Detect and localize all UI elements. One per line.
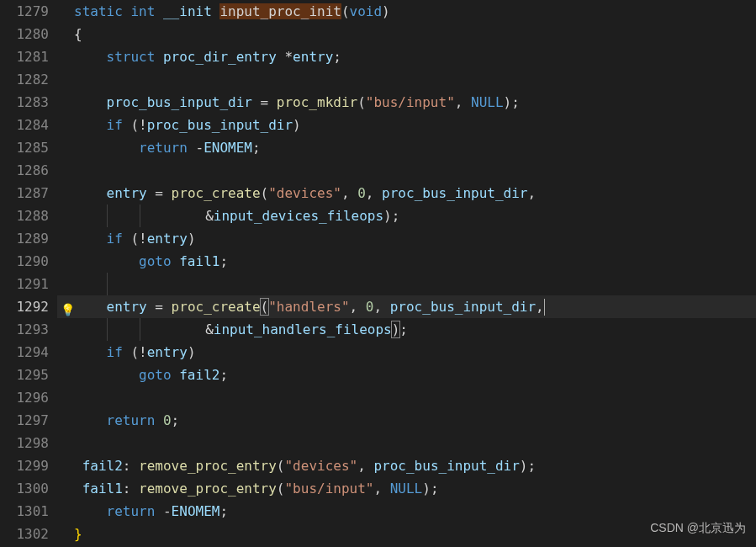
line-number: 1290 — [0, 250, 49, 273]
code-line[interactable]: goto fail2; — [74, 364, 756, 386]
code-line[interactable]: &input_handlers_fileops); — [74, 318, 756, 341]
text-cursor — [544, 299, 545, 316]
code-line[interactable]: fail2: remove_proc_entry("devices", proc… — [74, 454, 756, 477]
line-number: 1301 — [0, 500, 49, 523]
line-number: 1296 — [0, 386, 49, 409]
line-number: 1286 — [0, 159, 49, 182]
line-number: 1281 — [0, 45, 49, 68]
line-number-active: 1292 — [0, 295, 49, 318]
code-line[interactable]: struct proc_dir_entry *entry; — [74, 45, 756, 68]
code-line[interactable]: static int __init input_proc_init(void) — [74, 0, 756, 23]
line-number: 1293 — [0, 318, 49, 341]
line-number: 1294 — [0, 341, 49, 364]
line-number: 1295 — [0, 364, 49, 386]
line-number: 1280 — [0, 23, 49, 45]
code-line[interactable] — [74, 159, 756, 182]
code-line[interactable]: if (!entry) — [74, 341, 756, 364]
line-number: 1284 — [0, 114, 49, 136]
line-number: 1302 — [0, 523, 49, 545]
watermark-text: CSDN @北京迅为 — [650, 518, 746, 539]
code-line[interactable]: &input_devices_fileops); — [74, 204, 756, 227]
code-line[interactable] — [74, 273, 756, 295]
line-number: 1288 — [0, 204, 49, 227]
code-line-active[interactable]: entry = proc_create("handlers", 0, proc_… — [57, 295, 756, 318]
lightbulb-icon[interactable]: 💡 — [61, 300, 75, 321]
line-number: 1289 — [0, 227, 49, 250]
line-number: 1282 — [0, 68, 49, 91]
code-editor[interactable]: 1279 1280 1281 1282 1283 1284 1285 1286 … — [0, 0, 756, 547]
line-number: 1279 — [0, 0, 49, 23]
code-line[interactable] — [74, 386, 756, 409]
code-line[interactable]: entry = proc_create("devices", 0, proc_b… — [74, 182, 756, 204]
code-line[interactable]: if (!proc_bus_input_dir) — [74, 114, 756, 136]
line-number: 1300 — [0, 477, 49, 500]
code-line[interactable] — [74, 68, 756, 91]
highlighted-function-name: input_proc_init — [219, 3, 341, 19]
line-number: 1297 — [0, 409, 49, 432]
line-number: 1291 — [0, 273, 49, 295]
line-number: 1298 — [0, 432, 49, 454]
code-line[interactable]: { — [74, 23, 756, 45]
code-line[interactable]: fail1: remove_proc_entry("bus/input", NU… — [74, 477, 756, 500]
line-number: 1285 — [0, 136, 49, 159]
line-number: 1283 — [0, 91, 49, 114]
code-line[interactable]: return -ENOMEM; — [74, 136, 756, 159]
code-content[interactable]: static int __init input_proc_init(void) … — [57, 0, 756, 547]
line-number-gutter: 1279 1280 1281 1282 1283 1284 1285 1286 … — [0, 0, 57, 547]
line-number: 1299 — [0, 454, 49, 477]
code-line[interactable]: proc_bus_input_dir = proc_mkdir("bus/inp… — [74, 91, 756, 114]
line-number: 1287 — [0, 182, 49, 204]
code-line[interactable] — [74, 432, 756, 454]
code-line[interactable]: return 0; — [74, 409, 756, 432]
code-line[interactable]: goto fail1; — [74, 250, 756, 273]
code-line[interactable]: if (!entry) — [74, 227, 756, 250]
